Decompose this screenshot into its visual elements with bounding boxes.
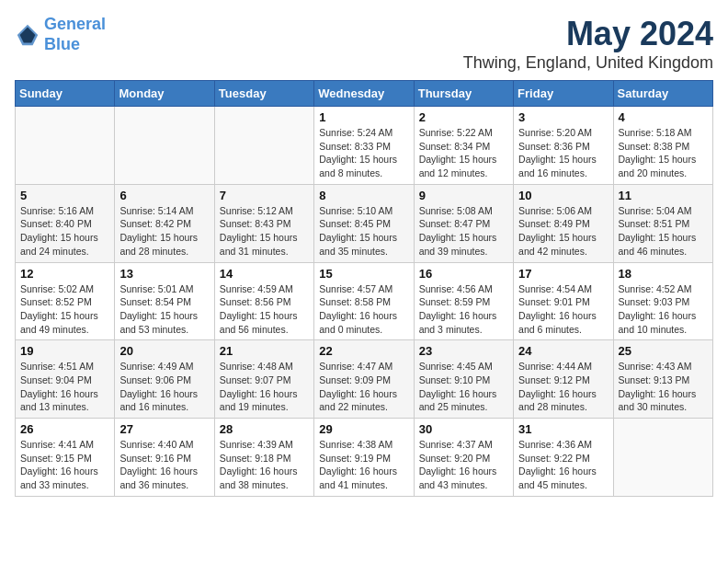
day-info: Sunrise: 4:40 AMSunset: 9:16 PMDaylight:… [119,438,209,492]
day-info: Sunrise: 5:02 AMSunset: 8:52 PMDaylight:… [20,282,109,337]
day-number: 5 [20,189,109,202]
day-info: Sunrise: 5:22 AMSunset: 8:34 PMDaylight:… [419,126,508,180]
calendar-cell [16,107,115,185]
day-number: 22 [319,344,408,358]
calendar-cell: 2Sunrise: 5:22 AMSunset: 8:34 PMDaylight… [414,107,513,185]
calendar-cell: 9Sunrise: 5:08 AMSunset: 8:47 PMDaylight… [414,184,513,262]
day-info: Sunrise: 5:12 AMSunset: 8:43 PMDaylight:… [220,204,309,259]
month-title: May 2024 [463,15,713,53]
calendar-cell: 16Sunrise: 4:56 AMSunset: 8:59 PMDayligh… [414,262,513,340]
day-info: Sunrise: 5:08 AMSunset: 8:47 PMDaylight:… [419,204,508,259]
logo-text: General Blue [44,15,106,54]
calendar-cell: 10Sunrise: 5:06 AMSunset: 8:49 PMDayligh… [514,184,613,262]
day-number: 25 [619,344,708,358]
calendar-cell: 17Sunrise: 4:54 AMSunset: 9:01 PMDayligh… [514,262,613,340]
day-number: 8 [319,189,408,202]
day-number: 23 [419,344,508,358]
day-info: Sunrise: 5:24 AMSunset: 8:33 PMDaylight:… [319,126,408,180]
weekday-header-sunday: Sunday [16,81,115,107]
calendar-cell: 23Sunrise: 4:45 AMSunset: 9:10 PMDayligh… [414,340,513,419]
day-info: Sunrise: 4:57 AMSunset: 8:58 PMDaylight:… [319,282,408,337]
day-number: 27 [119,422,209,436]
day-number: 4 [619,110,708,124]
day-info: Sunrise: 4:51 AMSunset: 9:04 PMDaylight:… [20,360,109,414]
day-info: Sunrise: 4:59 AMSunset: 8:56 PMDaylight:… [220,282,309,337]
day-number: 7 [220,189,309,202]
day-number: 1 [319,110,408,124]
day-info: Sunrise: 5:06 AMSunset: 8:49 PMDaylight:… [518,204,608,259]
day-info: Sunrise: 4:39 AMSunset: 9:18 PMDaylight:… [220,438,309,492]
calendar-cell: 30Sunrise: 4:37 AMSunset: 9:20 PMDayligh… [414,419,513,497]
weekday-header-saturday: Saturday [613,81,712,107]
weekday-header-monday: Monday [115,81,214,107]
title-block: May 2024 Thwing, England, United Kingdom [463,15,713,73]
day-info: Sunrise: 5:01 AMSunset: 8:54 PMDaylight:… [119,282,209,337]
location-title: Thwing, England, United Kingdom [463,53,713,73]
calendar-cell: 1Sunrise: 5:24 AMSunset: 8:33 PMDaylight… [314,107,414,185]
calendar-cell: 22Sunrise: 4:47 AMSunset: 9:09 PMDayligh… [314,340,414,419]
calendar-cell: 11Sunrise: 5:04 AMSunset: 8:51 PMDayligh… [613,184,712,262]
day-number: 21 [220,344,309,358]
day-number: 19 [20,344,109,358]
day-info: Sunrise: 5:10 AMSunset: 8:45 PMDaylight:… [319,204,408,259]
calendar-cell: 7Sunrise: 5:12 AMSunset: 8:43 PMDaylight… [214,184,313,262]
page-header: General Blue May 2024 Thwing, England, U… [15,15,713,73]
day-number: 29 [319,422,408,436]
day-info: Sunrise: 5:18 AMSunset: 8:38 PMDaylight:… [619,126,708,180]
calendar-cell: 26Sunrise: 4:41 AMSunset: 9:15 PMDayligh… [16,419,115,497]
day-info: Sunrise: 4:45 AMSunset: 9:10 PMDaylight:… [419,360,508,414]
week-row-4: 19Sunrise: 4:51 AMSunset: 9:04 PMDayligh… [16,340,713,419]
week-row-3: 12Sunrise: 5:02 AMSunset: 8:52 PMDayligh… [16,262,713,340]
week-row-1: 1Sunrise: 5:24 AMSunset: 8:33 PMDaylight… [16,107,713,185]
weekday-header-row: SundayMondayTuesdayWednesdayThursdayFrid… [16,81,713,107]
day-number: 20 [119,344,209,358]
day-info: Sunrise: 4:52 AMSunset: 9:03 PMDaylight:… [619,282,708,337]
day-number: 2 [419,110,508,124]
day-info: Sunrise: 4:41 AMSunset: 9:15 PMDaylight:… [20,438,109,492]
day-number: 16 [419,267,508,281]
calendar-cell: 4Sunrise: 5:18 AMSunset: 8:38 PMDaylight… [613,107,712,185]
calendar-cell [115,107,214,185]
weekday-header-friday: Friday [514,81,613,107]
day-info: Sunrise: 5:14 AMSunset: 8:42 PMDaylight:… [119,204,209,259]
calendar-cell: 12Sunrise: 5:02 AMSunset: 8:52 PMDayligh… [16,262,115,340]
weekday-header-thursday: Thursday [414,81,513,107]
logo: General Blue [15,15,106,54]
day-info: Sunrise: 4:48 AMSunset: 9:07 PMDaylight:… [220,360,309,414]
calendar-cell: 14Sunrise: 4:59 AMSunset: 8:56 PMDayligh… [214,262,313,340]
day-info: Sunrise: 4:38 AMSunset: 9:19 PMDaylight:… [319,438,408,492]
day-number: 14 [220,267,309,281]
day-number: 31 [518,422,608,436]
week-row-5: 26Sunrise: 4:41 AMSunset: 9:15 PMDayligh… [16,419,713,497]
calendar-cell: 5Sunrise: 5:16 AMSunset: 8:40 PMDaylight… [16,184,115,262]
calendar-cell: 28Sunrise: 4:39 AMSunset: 9:18 PMDayligh… [214,419,313,497]
day-number: 13 [119,267,209,281]
day-number: 3 [518,110,608,124]
day-number: 11 [619,189,708,202]
calendar-cell: 21Sunrise: 4:48 AMSunset: 9:07 PMDayligh… [214,340,313,419]
day-info: Sunrise: 4:44 AMSunset: 9:12 PMDaylight:… [518,360,608,414]
calendar-cell: 18Sunrise: 4:52 AMSunset: 9:03 PMDayligh… [613,262,712,340]
day-info: Sunrise: 4:49 AMSunset: 9:06 PMDaylight:… [119,360,209,414]
calendar-cell: 6Sunrise: 5:14 AMSunset: 8:42 PMDaylight… [115,184,214,262]
calendar-cell: 15Sunrise: 4:57 AMSunset: 8:58 PMDayligh… [314,262,414,340]
calendar-cell [214,107,313,185]
day-info: Sunrise: 4:56 AMSunset: 8:59 PMDaylight:… [419,282,508,337]
calendar-cell [613,419,712,497]
day-info: Sunrise: 4:43 AMSunset: 9:13 PMDaylight:… [619,360,708,414]
day-info: Sunrise: 4:36 AMSunset: 9:22 PMDaylight:… [518,438,608,492]
day-number: 28 [220,422,309,436]
day-number: 30 [419,422,508,436]
weekday-header-wednesday: Wednesday [314,81,414,107]
weekday-header-tuesday: Tuesday [214,81,313,107]
calendar-cell: 29Sunrise: 4:38 AMSunset: 9:19 PMDayligh… [314,419,414,497]
day-number: 6 [119,189,209,202]
day-info: Sunrise: 5:04 AMSunset: 8:51 PMDaylight:… [619,204,708,259]
day-number: 26 [20,422,109,436]
day-info: Sunrise: 4:37 AMSunset: 9:20 PMDaylight:… [419,438,508,492]
day-info: Sunrise: 5:20 AMSunset: 8:36 PMDaylight:… [518,126,608,180]
day-info: Sunrise: 4:47 AMSunset: 9:09 PMDaylight:… [319,360,408,414]
day-number: 24 [518,344,608,358]
day-number: 10 [518,189,608,202]
calendar-cell: 20Sunrise: 4:49 AMSunset: 9:06 PMDayligh… [115,340,214,419]
